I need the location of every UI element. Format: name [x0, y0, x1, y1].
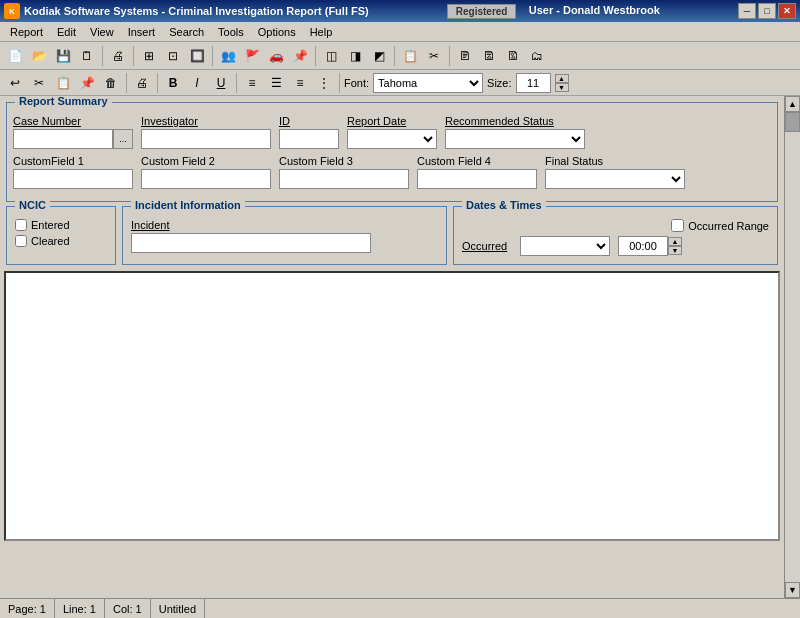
occurred-range-checkbox[interactable] [671, 219, 684, 232]
menu-edit[interactable]: Edit [51, 24, 82, 40]
line-status: Line: 1 [55, 599, 105, 618]
btn-b1[interactable]: 📋 [399, 45, 421, 67]
case-number-browse[interactable]: ... [113, 129, 133, 149]
cut-button[interactable]: ✂ [28, 72, 50, 94]
report-date-label: Report Date [347, 115, 437, 127]
btn-3[interactable]: 🔲 [186, 45, 208, 67]
btn-c1[interactable]: 🖹 [454, 45, 476, 67]
btn-b2[interactable]: ✂ [423, 45, 445, 67]
page-label: Page: 1 [8, 603, 46, 615]
align-left-button[interactable]: ≡ [241, 72, 263, 94]
cleared-checkbox[interactable] [15, 235, 27, 247]
incident-group: Incident Information Incident [122, 206, 447, 265]
bold-button[interactable]: B [162, 72, 184, 94]
scroll-down-arrow[interactable]: ▼ [785, 582, 800, 598]
time-input[interactable] [618, 236, 668, 256]
print-button[interactable]: 🖨 [107, 45, 129, 67]
col-status: Col: 1 [105, 599, 151, 618]
incident-field: Incident [131, 219, 438, 253]
delete-button[interactable]: 🗑 [100, 72, 122, 94]
btn-c2[interactable]: 🖺 [478, 45, 500, 67]
final-status-select[interactable] [545, 169, 685, 189]
menu-insert[interactable]: Insert [122, 24, 162, 40]
btn-people[interactable]: 👥 [217, 45, 239, 67]
cleared-row: Cleared [15, 235, 107, 247]
final-status-field: Final Status [545, 155, 685, 189]
menu-tools[interactable]: Tools [212, 24, 250, 40]
custom-3-input[interactable] [279, 169, 409, 189]
btn-a3[interactable]: ◩ [368, 45, 390, 67]
incident-info-label: Incident Information [131, 199, 245, 211]
menu-help[interactable]: Help [304, 24, 339, 40]
status-bar: Page: 1 Line: 1 Col: 1 Untitled [0, 598, 800, 618]
btn-a1[interactable]: ◫ [320, 45, 342, 67]
minimize-button[interactable]: ─ [738, 3, 756, 19]
form-row-2: CustomField 1 Custom Field 2 Custom Fiel… [13, 155, 771, 189]
btn-2[interactable]: ⊡ [162, 45, 184, 67]
time-down-arrow[interactable]: ▼ [668, 246, 682, 255]
size-down-arrow[interactable]: ▼ [555, 83, 569, 92]
btn-car[interactable]: 🚗 [265, 45, 287, 67]
case-number-input-wrap: ... [13, 129, 133, 149]
investigator-label: Investigator [141, 115, 271, 127]
paste-button[interactable]: 📌 [76, 72, 98, 94]
maximize-button[interactable]: □ [758, 3, 776, 19]
menu-bar: Report Edit View Insert Search Tools Opt… [0, 22, 800, 42]
custom-4-input[interactable] [417, 169, 537, 189]
recommended-status-select[interactable] [445, 129, 585, 149]
filename-status: Untitled [151, 599, 205, 618]
entered-checkbox[interactable] [15, 219, 27, 231]
copy-button[interactable]: 📋 [52, 72, 74, 94]
btn-a2[interactable]: ◨ [344, 45, 366, 67]
time-input-wrap: ▲ ▼ [618, 236, 682, 256]
registered-badge: Registered [447, 4, 517, 19]
menu-search[interactable]: Search [163, 24, 210, 40]
menu-view[interactable]: View [84, 24, 120, 40]
menu-options[interactable]: Options [252, 24, 302, 40]
size-arrows: ▲ ▼ [555, 74, 569, 92]
occurred-range-label: Occurred Range [688, 220, 769, 232]
scroll-up-arrow[interactable]: ▲ [785, 96, 800, 112]
italic-button[interactable]: I [186, 72, 208, 94]
sep-3 [212, 46, 213, 66]
align-center-button[interactable]: ☰ [265, 72, 287, 94]
font-selector[interactable]: Tahoma [373, 73, 483, 93]
incident-input[interactable] [131, 233, 371, 253]
close-button[interactable]: ✕ [778, 3, 796, 19]
occurred-label: Occurred [462, 240, 512, 252]
entered-row: Entered [15, 219, 107, 231]
size-input[interactable] [516, 73, 551, 93]
size-up-arrow[interactable]: ▲ [555, 74, 569, 83]
align-right-button[interactable]: ≡ [289, 72, 311, 94]
btn-pin[interactable]: 📌 [289, 45, 311, 67]
id-input[interactable] [279, 129, 339, 149]
btn-c3[interactable]: 🖻 [502, 45, 524, 67]
custom-1-input[interactable] [13, 169, 133, 189]
investigator-input[interactable] [141, 129, 271, 149]
print2-button[interactable]: 🖨 [131, 72, 153, 94]
sep-4 [315, 46, 316, 66]
justify-button[interactable]: ⋮ [313, 72, 335, 94]
btn-flag[interactable]: 🚩 [241, 45, 263, 67]
open-button[interactable]: 📂 [28, 45, 50, 67]
time-up-arrow[interactable]: ▲ [668, 237, 682, 246]
col-label: Col: 1 [113, 603, 142, 615]
sep-1 [102, 46, 103, 66]
scroll-track [785, 112, 800, 582]
underline-button[interactable]: U [210, 72, 232, 94]
menu-report[interactable]: Report [4, 24, 49, 40]
undo-button[interactable]: ↩ [4, 72, 26, 94]
report-date-select[interactable] [347, 129, 437, 149]
new-button[interactable]: 📄 [4, 45, 26, 67]
case-number-input[interactable] [13, 129, 113, 149]
occurred-date-select[interactable] [520, 236, 610, 256]
filename-label: Untitled [159, 603, 196, 615]
custom-2-input[interactable] [141, 169, 271, 189]
save-as-button[interactable]: 🗒 [76, 45, 98, 67]
btn-1[interactable]: ⊞ [138, 45, 160, 67]
scroll-thumb[interactable] [785, 112, 800, 132]
ncic-group: NCIC Entered Cleared [6, 206, 116, 265]
btn-c4[interactable]: 🗂 [526, 45, 548, 67]
save-button[interactable]: 💾 [52, 45, 74, 67]
id-label: ID [279, 115, 339, 127]
